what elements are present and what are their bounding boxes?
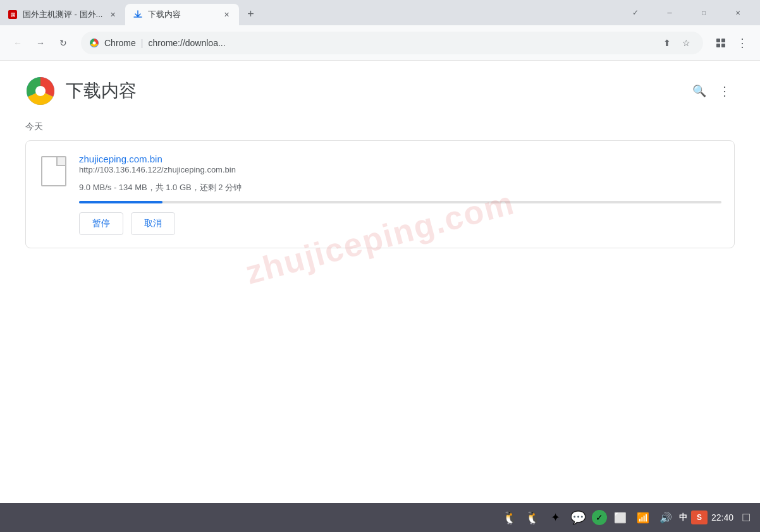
taskbar-monitor-icon[interactable]: ⬜ — [611, 508, 630, 527]
taskbar-notification-icon[interactable]: ☐ — [737, 509, 755, 526]
toolbar: ← → ↻ Chrome | chrome://downloa... ⬆ ☆ — [0, 25, 760, 61]
bookmark-icon[interactable]: ☆ — [677, 34, 695, 52]
close-button[interactable]: ✕ — [723, 3, 752, 23]
svg-point-4 — [93, 41, 96, 44]
taskbar-icons: 🐧 🐧 ✦ 💬 ✓ ⬜ 📶 🔊 中 S 22:40 ☐ — [501, 508, 755, 527]
svg-text:国: 国 — [11, 13, 15, 17]
address-site-name: Chrome — [104, 38, 136, 48]
progress-bar-container — [79, 201, 721, 203]
svg-rect-5 — [716, 39, 720, 42]
toolbar-right: ⋮ — [711, 33, 752, 53]
pause-button[interactable]: 暂停 — [79, 212, 123, 235]
download-info: zhujiceping.com.bin http://103.136.146.1… — [79, 154, 721, 235]
main-content: zhujiceping.com 下载内容 🔍 ⋮ 今天 — [0, 61, 760, 503]
download-filename[interactable]: zhujiceping.com.bin — [79, 154, 162, 164]
new-tab-button[interactable]: + — [242, 5, 259, 23]
extensions-icon[interactable] — [711, 33, 731, 53]
file-icon-area — [39, 154, 69, 235]
taskbar-qq1-icon[interactable]: 🐧 — [501, 508, 520, 527]
download-actions: 暂停 取消 — [79, 212, 721, 235]
taskbar-sogou-icon[interactable]: S — [691, 511, 708, 524]
address-bar[interactable]: Chrome | chrome://downloa... ⬆ ☆ — [81, 32, 703, 54]
tab2-title: 下载内容 — [148, 9, 216, 20]
section-label: 今天 — [25, 121, 735, 133]
tab2-close-icon[interactable]: ✕ — [221, 9, 231, 20]
svg-rect-8 — [721, 44, 725, 47]
file-icon — [41, 156, 66, 186]
tab2-favicon — [133, 9, 143, 20]
taskbar: 🐧 🐧 ✦ 💬 ✓ ⬜ 📶 🔊 中 S 22:40 ☐ — [0, 503, 760, 532]
taskbar-time: 22:40 — [711, 512, 733, 523]
download-url: http://103.136.146.122/zhujiceping.com.b… — [79, 165, 721, 174]
refresh-button[interactable]: ↻ — [53, 33, 73, 53]
tab-1[interactable]: 国 国外主机测评 - 国外... ✕ — [0, 4, 125, 25]
more-menu-icon[interactable]: ⋮ — [732, 33, 752, 53]
progress-bar-fill — [79, 201, 162, 203]
taskbar-wechat-icon[interactable]: 💬 — [569, 508, 588, 527]
download-card: zhujiceping.com.bin http://103.136.146.1… — [25, 140, 735, 248]
taskbar-wifi-icon[interactable]: 📶 — [634, 508, 653, 527]
tabs-area: 国 国外主机测评 - 国外... ✕ 下载内容 ✕ + — [0, 0, 613, 25]
page-header-right: 🔍 ⋮ — [689, 81, 735, 101]
page-header: 下载内容 🔍 ⋮ — [25, 61, 735, 111]
taskbar-qq2-icon[interactable]: 🐧 — [524, 508, 542, 527]
tab1-title: 国外主机测评 - 国外... — [23, 9, 102, 20]
page-header-left: 下载内容 — [25, 76, 137, 106]
chrome-favicon — [89, 38, 99, 48]
address-actions: ⬆ ☆ — [658, 34, 695, 52]
page-title: 下载内容 — [66, 79, 137, 103]
page-search-icon[interactable]: 🔍 — [689, 81, 709, 101]
share-icon[interactable]: ⬆ — [658, 34, 676, 52]
back-button[interactable]: ← — [8, 33, 28, 53]
svg-rect-6 — [721, 39, 725, 42]
address-url: chrome://downloa... — [148, 38, 653, 48]
page-more-icon[interactable]: ⋮ — [714, 81, 735, 101]
taskbar-volume-icon[interactable]: 🔊 — [656, 508, 675, 527]
maximize-button[interactable]: □ — [689, 3, 718, 23]
address-separator: | — [141, 38, 144, 48]
taskbar-figma-icon[interactable]: ✦ — [546, 508, 565, 527]
chrome-logo — [25, 76, 56, 106]
taskbar-check-icon[interactable]: ✓ — [592, 510, 607, 525]
forward-button[interactable]: → — [30, 33, 51, 53]
svg-point-11 — [35, 86, 46, 96]
svg-rect-7 — [716, 44, 720, 47]
tab-2[interactable]: 下载内容 ✕ — [125, 4, 239, 25]
tab1-favicon: 国 — [8, 9, 18, 20]
download-speed-info: 9.0 MB/s - 134 MB，共 1.0 GB，还剩 2 分钟 — [79, 182, 721, 193]
tab-list-button[interactable]: ✓ — [621, 3, 650, 23]
cancel-button[interactable]: 取消 — [131, 212, 175, 235]
taskbar-input-method-icon[interactable]: 中 — [679, 512, 687, 523]
title-bar: 国 国外主机测评 - 国外... ✕ 下载内容 ✕ + ✓ ─ □ ✕ — [0, 0, 760, 25]
window-controls: ✓ ─ □ ✕ — [613, 0, 760, 25]
tab1-close-icon[interactable]: ✕ — [107, 9, 118, 20]
minimize-button[interactable]: ─ — [655, 3, 684, 23]
